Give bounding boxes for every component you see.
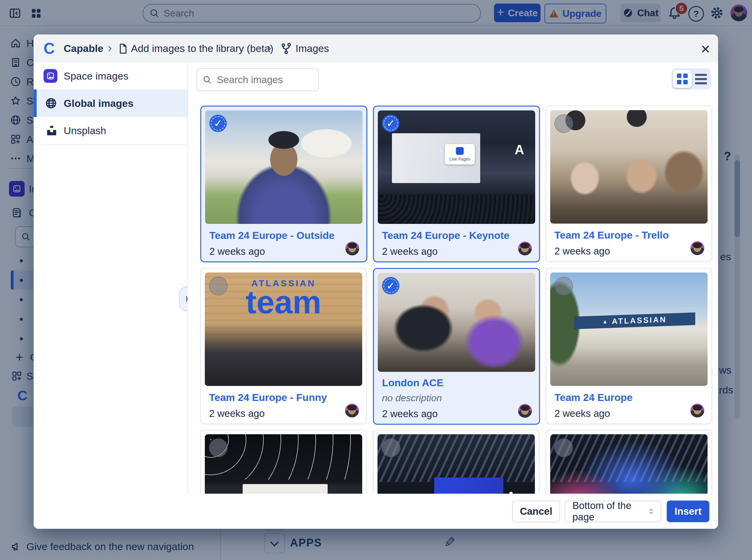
- breadcrumb-separator: ›: [267, 41, 271, 55]
- insert-position-value: Bottom of the page: [573, 500, 647, 523]
- image-card[interactable]: Team 24 Europe - Trello 2 weeks ago: [546, 106, 712, 262]
- add-images-modal: C Capable › Add images to the library (b…: [34, 35, 718, 529]
- stage-truss: [550, 434, 708, 482]
- selected-indicator: [34, 89, 37, 117]
- image-date: 2 weeks ago: [209, 408, 265, 419]
- stage-truss: [378, 434, 535, 482]
- unselected-check-icon[interactable]: [554, 438, 573, 457]
- selected-check-icon[interactable]: [209, 115, 227, 132]
- insert-position-select[interactable]: Bottom of the page: [565, 501, 661, 522]
- breadcrumb-section[interactable]: Images: [295, 43, 329, 54]
- presentation-screen: Live Pages: [392, 133, 480, 183]
- image-date: 2 weeks ago: [554, 245, 610, 257]
- audience: [378, 195, 535, 224]
- image-title: Team 24 Europe - Outside: [209, 229, 334, 241]
- uploader-avatar: [345, 404, 359, 417]
- image-card[interactable]: Team 24 Europe - Outside 2 weeks ago: [200, 106, 367, 262]
- image-date: 2 weeks ago: [382, 246, 438, 257]
- image-card[interactable]: A: [373, 430, 539, 494]
- globe-icon: [44, 97, 58, 110]
- image-title: Team 24 Europe - Trello: [554, 229, 669, 241]
- image-title: London ACE: [382, 377, 444, 388]
- search-icon: [203, 75, 212, 85]
- insert-button[interactable]: Insert: [667, 501, 709, 522]
- view-toggle: [672, 68, 711, 89]
- image-thumbnail: [550, 110, 708, 224]
- atlassian-logo: A: [506, 488, 516, 494]
- image-title: Team 24 Europe: [554, 392, 633, 403]
- modal-footer: Cancel Bottom of the page Insert: [34, 494, 718, 529]
- image-thumbnail: A: [378, 434, 535, 494]
- uploader-avatar: [690, 241, 704, 255]
- space-images-icon: [43, 69, 57, 83]
- sidebar-item-space-images[interactable]: Space images: [34, 62, 187, 90]
- image-search[interactable]: [196, 68, 319, 91]
- unselected-check-icon[interactable]: [554, 114, 573, 133]
- ceiling-lights: [205, 434, 362, 480]
- unselected-check-icon[interactable]: [209, 438, 228, 457]
- uploader-avatar: [690, 404, 704, 417]
- expo-booth: [243, 484, 328, 494]
- breadcrumb-separator: ›: [108, 41, 112, 55]
- x-logo-icon: [456, 147, 464, 155]
- grid-icon: [677, 74, 688, 84]
- selected-check-icon[interactable]: [382, 277, 400, 294]
- close-icon[interactable]: ✕: [698, 42, 713, 57]
- list-icon: [695, 74, 707, 76]
- grid-view-button[interactable]: [673, 70, 692, 88]
- cancel-button[interactable]: Cancel: [512, 501, 560, 522]
- sidebar-item-unsplash[interactable]: Unsplash: [34, 117, 187, 145]
- image-title: Team 24 Europe - Funny: [209, 392, 327, 403]
- image-card[interactable]: [200, 430, 367, 494]
- page-icon: [117, 43, 129, 54]
- unselected-check-icon[interactable]: [382, 438, 400, 457]
- image-date: 2 weeks ago: [209, 246, 265, 257]
- uploader-avatar: [518, 404, 532, 418]
- image-card[interactable]: London ACE no description 2 weeks ago: [373, 268, 540, 425]
- list-view-button[interactable]: [692, 70, 710, 88]
- atlassian-logo: A: [515, 142, 524, 157]
- image-thumbnail: [550, 434, 708, 494]
- image-thumbnail: ▲ ATLASSIAN: [550, 273, 708, 386]
- image-search-input[interactable]: [216, 74, 308, 86]
- breadcrumb-app[interactable]: Capable: [64, 43, 103, 54]
- sidebar-item-global-images[interactable]: Global images: [34, 89, 187, 118]
- group-silhouette: [205, 323, 362, 386]
- uploader-avatar: [345, 242, 359, 255]
- image-thumbnail: Live Pages A: [378, 111, 535, 224]
- image-library-content: Team 24 Europe - Outside 2 weeks ago Liv…: [188, 62, 718, 494]
- unsplash-icon: [46, 124, 58, 137]
- unselected-check-icon[interactable]: [554, 277, 573, 295]
- branch-icon: [280, 42, 292, 55]
- image-card[interactable]: [546, 430, 712, 494]
- uploader-avatar: [518, 242, 532, 255]
- image-date: 2 weeks ago: [554, 408, 610, 419]
- modal-header: C Capable › Add images to the library (b…: [34, 35, 718, 63]
- image-thumbnail: [205, 111, 363, 224]
- image-thumbnail: [205, 434, 362, 494]
- image-card[interactable]: ▲ ATLASSIAN Team 24 Europe 2 weeks ago: [546, 268, 712, 424]
- venue-banner: ▲ ATLASSIAN: [574, 313, 695, 329]
- image-card[interactable]: ATLASSIAN team Team 24 Europe - Funny 2 …: [200, 268, 367, 424]
- capable-logo: C: [43, 41, 55, 56]
- select-chevrons-icon: [647, 506, 655, 516]
- live-pages-card: Live Pages: [445, 144, 475, 164]
- selected-check-icon[interactable]: [382, 115, 400, 132]
- unselected-check-icon[interactable]: [209, 277, 228, 295]
- image-date: 2 weeks ago: [382, 408, 438, 420]
- image-thumbnail: [378, 273, 535, 372]
- image-title: Team 24 Europe - Keynote: [382, 229, 509, 241]
- breadcrumb-page[interactable]: Add images to the library (beta): [131, 43, 273, 54]
- application-window: + Create Upgrade Chat 5 ?: [0, 0, 752, 560]
- stage-screen: [434, 478, 504, 494]
- image-card[interactable]: Live Pages A Team 24 Europe - Keynote 2 …: [373, 106, 540, 262]
- image-description: no description: [382, 393, 442, 404]
- image-thumbnail: ATLASSIAN team: [205, 273, 362, 386]
